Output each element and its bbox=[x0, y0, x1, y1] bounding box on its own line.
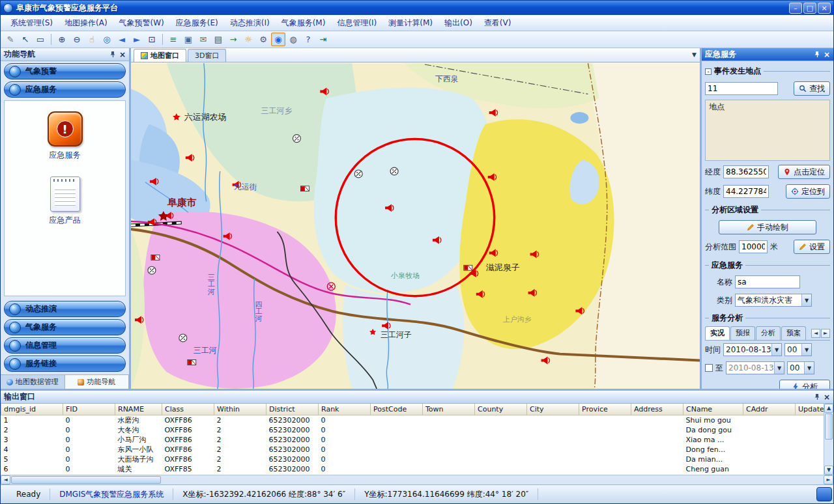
place-list[interactable] bbox=[709, 113, 826, 158]
set-range-button[interactable]: 设置 bbox=[794, 240, 830, 254]
zoom-out-icon[interactable]: ⊖ bbox=[70, 33, 84, 46]
column-header[interactable]: CName bbox=[683, 404, 743, 415]
pin-icon[interactable] bbox=[109, 51, 117, 58]
emergency-service-icon[interactable]: ! bbox=[48, 111, 83, 147]
column-header[interactable]: Class bbox=[162, 404, 214, 415]
menu-item[interactable]: 输出(O) bbox=[439, 15, 478, 31]
tab-function-nav[interactable]: 功能导航 bbox=[65, 375, 130, 389]
scrollbar-thumb[interactable] bbox=[825, 413, 833, 440]
nav-button[interactable]: 应急服务 bbox=[4, 81, 126, 98]
column-header[interactable]: Town bbox=[423, 404, 475, 415]
nav-button[interactable]: 气象服务 bbox=[4, 319, 126, 335]
visibility-icon[interactable]: ◍ bbox=[286, 33, 300, 46]
service-analysis-tab[interactable]: 实况 bbox=[705, 326, 730, 340]
output-vertical-scrollbar[interactable]: ▲ ▼ bbox=[824, 404, 833, 475]
zoom-in-icon[interactable]: ⊕ bbox=[55, 33, 69, 46]
tab-map-window[interactable]: 地图窗口 bbox=[134, 49, 186, 62]
mail-icon[interactable]: ✉ bbox=[196, 33, 210, 46]
nav-button[interactable]: 动态推演 bbox=[4, 301, 126, 317]
service-analysis-tab[interactable]: 预案 bbox=[781, 326, 806, 340]
image-export-icon[interactable]: ▣ bbox=[181, 33, 195, 46]
export-icon[interactable]: ⇥ bbox=[316, 33, 330, 46]
print-icon[interactable]: ▤ bbox=[211, 33, 225, 46]
service-name-input[interactable] bbox=[735, 275, 800, 288]
table-row[interactable]: 30小马厂沟OXFF8626523020000Xiao ma ... bbox=[1, 435, 824, 445]
menu-item[interactable]: 地图操作(A) bbox=[59, 15, 113, 31]
column-header[interactable]: CAddr bbox=[743, 404, 796, 415]
edit-icon[interactable]: ✎ bbox=[3, 33, 18, 46]
arrow-left-icon[interactable]: ◄ bbox=[1, 475, 10, 484]
menu-item[interactable]: 测量计算(M) bbox=[382, 15, 439, 31]
menu-item[interactable]: 信息管理(I) bbox=[331, 15, 382, 31]
end-date-select[interactable]: 2010-08-13 ▼ bbox=[726, 361, 784, 374]
arrow-down-icon[interactable]: ▼ bbox=[824, 466, 833, 475]
locate-to-button[interactable]: 定位到 bbox=[786, 184, 830, 199]
column-header[interactable]: County bbox=[475, 404, 527, 415]
close-button[interactable]: × bbox=[818, 3, 831, 14]
network-service-icon[interactable]: ◉ bbox=[271, 33, 285, 46]
close-icon[interactable]: × bbox=[119, 51, 126, 59]
column-header[interactable]: Provice bbox=[579, 404, 631, 415]
menu-item[interactable]: 气象预警(W) bbox=[113, 15, 170, 31]
column-header[interactable]: PostCode bbox=[371, 404, 423, 415]
restore-button[interactable]: □ bbox=[803, 3, 816, 14]
menu-item[interactable]: 气象服务(M) bbox=[276, 15, 332, 31]
tab-map-data-management[interactable]: 地图数据管理 bbox=[1, 375, 65, 389]
menu-item[interactable]: 应急服务(E) bbox=[170, 15, 224, 31]
table-row[interactable]: 40东风一小队OXFF8626523020000Dong fen... bbox=[1, 445, 824, 455]
longitude-input[interactable] bbox=[723, 165, 769, 178]
chevron-down-icon[interactable]: ▼ bbox=[801, 344, 811, 356]
pin-icon[interactable] bbox=[814, 393, 821, 400]
table-row[interactable]: 10水磨沟OXFF8626523020000Shui mo gou bbox=[1, 415, 824, 425]
menu-item[interactable]: 系统管理(S) bbox=[5, 15, 59, 31]
collapse-icon[interactable]: - bbox=[705, 68, 712, 75]
pointer-icon[interactable]: → bbox=[226, 33, 240, 46]
chevron-down-icon[interactable]: ▼ bbox=[692, 51, 697, 58]
close-icon[interactable]: × bbox=[824, 51, 830, 59]
column-header[interactable]: dmgis_id bbox=[1, 404, 63, 415]
start-hour-select[interactable]: 00 ▼ bbox=[784, 343, 812, 356]
to-checkbox[interactable] bbox=[705, 364, 713, 372]
manual-draw-button[interactable]: 手动绘制 bbox=[719, 220, 816, 234]
scroll-right-icon[interactable]: ► bbox=[821, 329, 830, 338]
nav-button[interactable]: 信息管理 bbox=[4, 337, 126, 354]
arrow-right-icon[interactable]: ► bbox=[824, 475, 833, 484]
menu-item[interactable]: 动态推演(I) bbox=[224, 15, 276, 31]
select-rectangle-icon[interactable]: ▭ bbox=[33, 33, 48, 46]
latitude-input[interactable] bbox=[723, 185, 769, 198]
scrollbar-thumb[interactable] bbox=[11, 476, 161, 484]
shortcut-emergency-product[interactable]: 应急产品 bbox=[50, 176, 81, 226]
layers-icon[interactable]: ≡ bbox=[166, 33, 180, 46]
nav-button[interactable]: 气象预警 bbox=[4, 63, 126, 79]
pan-icon[interactable]: ☝ bbox=[85, 33, 99, 46]
zoom-selection-icon[interactable]: ⊡ bbox=[145, 33, 159, 46]
output-horizontal-scrollbar[interactable]: ◄ ► bbox=[1, 475, 833, 484]
table-row[interactable]: 20大冬沟OXFF8626523020000Da dong gou bbox=[1, 425, 824, 435]
chevron-down-icon[interactable]: ▼ bbox=[771, 344, 781, 356]
map-canvas[interactable]: 下西泉六运湖农场三工河乡九运街阜康市滋泥泉子小泉牧场上户沟乡三工河子三工河三工河… bbox=[131, 63, 700, 389]
table-row[interactable]: 60城关OXFF8526523020000Cheng guan bbox=[1, 464, 824, 474]
column-header[interactable]: FID bbox=[63, 404, 115, 415]
column-header[interactable]: City bbox=[527, 404, 579, 415]
chevron-down-icon[interactable]: ▼ bbox=[801, 294, 811, 306]
click-locate-button[interactable]: 点击定位 bbox=[778, 165, 830, 179]
pin-icon[interactable] bbox=[814, 51, 821, 58]
menu-item[interactable]: 查看(V) bbox=[478, 15, 517, 31]
start-date-select[interactable]: 2010-08-13 ▼ bbox=[723, 343, 782, 356]
settings-icon[interactable]: ⚙ bbox=[256, 33, 270, 46]
column-header[interactable]: Rank bbox=[319, 404, 371, 415]
next-view-icon[interactable]: ► bbox=[130, 33, 144, 46]
service-analysis-tab[interactable]: 预报 bbox=[730, 326, 755, 340]
close-icon[interactable]: × bbox=[824, 393, 830, 401]
help-icon[interactable]: ? bbox=[301, 33, 315, 46]
chevron-down-icon[interactable]: ▼ bbox=[774, 362, 784, 374]
analysis-range-input[interactable] bbox=[739, 240, 768, 253]
full-extent-icon[interactable]: ◎ bbox=[100, 33, 114, 46]
notepad-icon[interactable] bbox=[50, 176, 80, 212]
shortcut-emergency-service[interactable]: ! 应急服务 bbox=[48, 111, 83, 161]
nav-button[interactable]: 服务链接 bbox=[4, 356, 126, 372]
column-header[interactable]: Address bbox=[631, 404, 683, 415]
column-header[interactable]: Within bbox=[214, 404, 266, 415]
end-hour-select[interactable]: 00 ▼ bbox=[787, 361, 814, 374]
column-header[interactable]: RNAME bbox=[115, 404, 162, 415]
